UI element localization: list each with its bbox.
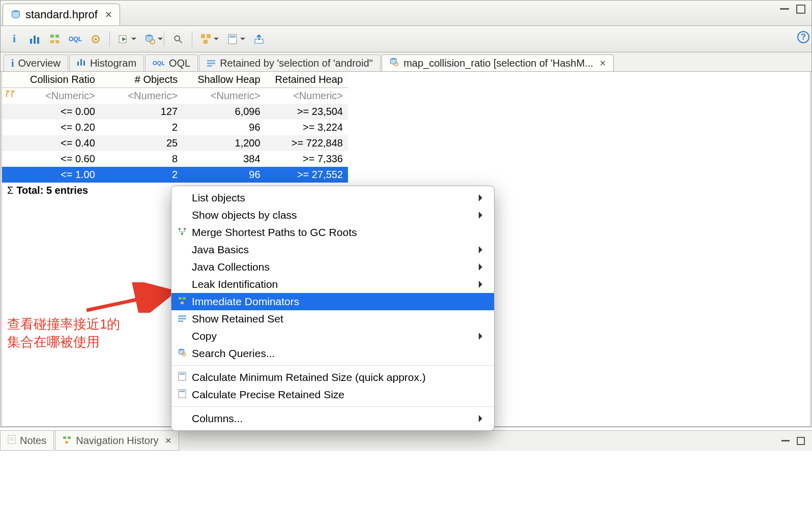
header-row: Collision Ratio # Objects Shallow Heap R…: [2, 72, 348, 88]
filter-cell[interactable]: <Numeric>: [45, 90, 95, 101]
dominator-icon: [177, 296, 188, 308]
menu-columns[interactable]: Columns...: [171, 410, 494, 427]
histogram-button[interactable]: [26, 31, 43, 48]
gear-button[interactable]: [87, 31, 104, 48]
menu-copy[interactable]: Copy: [171, 328, 494, 345]
help-icon[interactable]: ?: [797, 31, 809, 43]
menu-label: Show objects by class: [192, 209, 297, 221]
submenu-caret-icon: [479, 281, 486, 288]
annotation-line: 查看碰撞率接近1的: [7, 315, 120, 333]
svg-rect-18: [204, 40, 208, 44]
minimize-icon[interactable]: [780, 5, 789, 10]
menu-show-objects-by-class[interactable]: Show objects by class: [171, 206, 494, 224]
svg-rect-42: [180, 373, 185, 375]
export-button[interactable]: [250, 31, 268, 48]
menu-label: Copy: [192, 330, 217, 342]
calculator-icon: [177, 372, 188, 383]
tab-histogram[interactable]: Histogram: [69, 54, 144, 71]
svg-rect-24: [83, 61, 85, 66]
col-shallow-heap[interactable]: Shallow Heap: [183, 72, 265, 88]
cell: <= 1.00: [2, 167, 100, 183]
svg-rect-20: [229, 36, 236, 38]
tab-map-collision-ratio[interactable]: map_collision_ratio [selection of 'HashM…: [382, 54, 614, 71]
filter-cell[interactable]: <Numeric>: [266, 88, 348, 104]
menu-leak-identification[interactable]: Leak Identification: [171, 276, 494, 293]
svg-point-14: [175, 36, 180, 41]
table-row[interactable]: <= 0.00 127 6,096 >= 23,504: [2, 104, 348, 120]
menu-java-basics[interactable]: Java Basics: [171, 241, 494, 258]
group-button[interactable]: [197, 31, 215, 48]
table-row[interactable]: <= 0.20 2 96 >= 3,224: [2, 120, 348, 135]
svg-rect-34: [183, 297, 186, 300]
svg-rect-3: [37, 37, 39, 44]
col-retained-heap[interactable]: Retained Heap: [266, 72, 348, 88]
cell: 2: [100, 167, 183, 183]
menu-label: Immediate Dominators: [192, 296, 299, 308]
submenu-caret-icon: [479, 212, 486, 219]
svg-rect-17: [207, 34, 211, 38]
tab-retained[interactable]: Retained by 'selection of 'android'': [199, 54, 381, 71]
menu-label: List objects: [192, 192, 245, 204]
table-row[interactable]: <= 0.40 25 1,200 >= 722,848: [2, 135, 348, 151]
menu-show-retained-set[interactable]: Show Retained Set: [171, 310, 494, 328]
calculator-button[interactable]: [224, 31, 241, 48]
svg-rect-1: [30, 39, 32, 44]
tab-overview[interactable]: i Overview: [4, 54, 68, 71]
inner-tab-bar: i Overview Histogram OQL OQL Retained by…: [1, 52, 811, 72]
menu-calc-precise-retained[interactable]: Calculate Precise Retained Size: [171, 386, 494, 403]
history-icon: [63, 435, 72, 447]
svg-rect-51: [65, 441, 68, 444]
oql-button[interactable]: OQL: [67, 31, 84, 48]
menu-java-collections[interactable]: Java Collections: [171, 258, 494, 276]
sigma-icon: Σ: [7, 185, 13, 196]
tree-button[interactable]: [46, 31, 64, 48]
filter-cell[interactable]: <Numeric>: [100, 88, 183, 104]
tab-oql[interactable]: OQL OQL: [145, 54, 198, 71]
tab-notes[interactable]: Notes: [0, 431, 54, 451]
close-icon[interactable]: ✕: [165, 436, 171, 446]
info-button[interactable]: i: [6, 31, 23, 48]
filter-cell[interactable]: <Numeric>: [183, 88, 265, 104]
toolbar-separator: [109, 32, 110, 47]
run-report-button[interactable]: [115, 31, 132, 48]
filter-row[interactable]: <Numeric> <Numeric> <Numeric> <Numeric>: [2, 88, 348, 104]
close-icon[interactable]: ✕: [105, 9, 112, 20]
submenu-caret-icon: [479, 415, 486, 422]
svg-rect-37: [178, 318, 186, 319]
notes-icon: [8, 435, 16, 447]
submenu-caret-icon: [479, 263, 486, 271]
close-icon[interactable]: ✕: [599, 58, 606, 68]
menu-separator: [171, 406, 494, 407]
menu-immediate-dominators[interactable]: Immediate Dominators: [171, 293, 494, 310]
menu-calc-min-retained[interactable]: Calculate Minimum Retained Size (quick a…: [171, 369, 494, 386]
file-tab-standard-hprof[interactable]: standard.hprof ✕: [3, 4, 120, 25]
histogram-icon: [77, 57, 86, 69]
cell: >= 722,848: [266, 135, 348, 151]
menu-search-queries[interactable]: Search Queries...: [171, 345, 494, 362]
context-menu: List objects Show objects by class Merge…: [171, 186, 495, 431]
svg-rect-6: [50, 40, 54, 43]
col-collision-ratio[interactable]: Collision Ratio: [2, 72, 100, 88]
menu-merge-shortest-paths[interactable]: Merge Shortest Paths to GC Roots: [171, 224, 494, 241]
maximize-icon[interactable]: [797, 437, 805, 445]
cell: 25: [100, 135, 183, 151]
search-button[interactable]: [169, 31, 187, 48]
col-objects[interactable]: # Objects: [100, 72, 183, 88]
cell: >= 23,504: [266, 104, 348, 120]
filter-icon[interactable]: [3, 89, 16, 102]
minimize-icon[interactable]: [781, 440, 790, 441]
menu-list-objects[interactable]: List objects: [171, 189, 494, 206]
tab-navigation-history[interactable]: Navigation History ✕: [55, 431, 179, 451]
menu-label: Search Queries...: [192, 347, 275, 360]
table-row[interactable]: <= 0.60 8 384 >= 7,336: [2, 151, 348, 167]
submenu-caret-icon: [479, 333, 486, 340]
maximize-icon[interactable]: [796, 5, 805, 14]
cell: <= 0.00: [2, 104, 100, 120]
cell: <= 0.20: [2, 120, 100, 135]
annotation-line: 集合在哪被使用: [7, 333, 120, 351]
svg-rect-46: [8, 435, 15, 444]
table-row-selected[interactable]: <= 1.00 2 96 >= 27,552: [2, 167, 348, 183]
toolbar-separator: [164, 32, 164, 47]
svg-point-9: [95, 38, 97, 40]
db-gear-button[interactable]: [141, 31, 159, 48]
